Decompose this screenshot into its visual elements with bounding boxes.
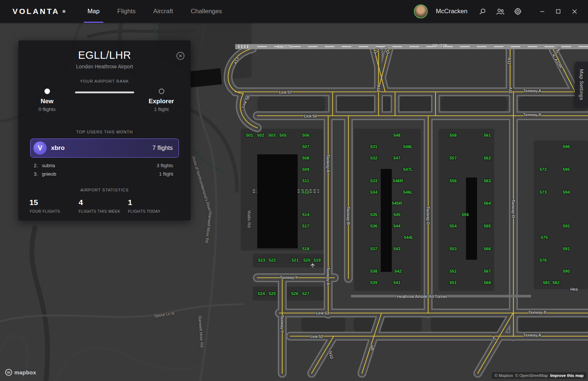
stats-title: AIRPORT STATISTICS	[18, 188, 191, 192]
stat-your-flights: 15YOUR FLIGHTS	[29, 198, 79, 213]
rank-next-flights: 1 flight	[154, 107, 169, 112]
rank-next-dot	[159, 89, 164, 94]
airport-code-title: EGLL/LHR	[18, 49, 191, 61]
stat-label: FLIGHTS TODAY	[128, 209, 177, 213]
rank-current-label: New	[41, 98, 54, 105]
nav-item-map[interactable]: Map	[79, 0, 108, 23]
panel-close-icon[interactable]	[176, 51, 185, 60]
stat-value: 4	[79, 198, 128, 207]
main-nav: MapFlightsAircraftChallenges	[79, 0, 231, 23]
mapbox-logo[interactable]: m mapbox	[5, 369, 36, 376]
user-rank: 2.	[34, 163, 42, 168]
user-flights: 1 flight	[159, 171, 173, 177]
user-name: subria	[42, 163, 55, 168]
user-name: gnieob	[42, 171, 56, 177]
top-user-row[interactable]: 2.subria3 flights	[30, 161, 179, 170]
airport-info-panel: EGLL/LHR London Heathrow Airport YOUR AI…	[18, 40, 191, 220]
nav-item-aircraft[interactable]: Aircraft	[144, 0, 182, 23]
volanta-v-avatar-icon: V	[33, 141, 47, 155]
improve-map-link[interactable]: Improve this map	[550, 373, 584, 378]
osm-attribution-link[interactable]: © OpenStreetMap	[515, 373, 548, 378]
stat-value: 15	[29, 198, 79, 207]
stat-label: FLIGHTS THIS WEEK	[79, 209, 128, 213]
window-controls	[536, 6, 581, 17]
maximize-icon[interactable]	[552, 6, 564, 17]
search-icon[interactable]	[478, 7, 487, 16]
rank-current-dot	[44, 89, 50, 94]
airport-full-name: London Heathrow Airport	[18, 64, 191, 69]
minimize-icon[interactable]	[536, 6, 548, 17]
top-navbar: VOLANTA MapFlightsAircraftChallenges McC…	[0, 0, 588, 23]
top-users-title: TOP USERS THIS MONTH	[18, 130, 191, 134]
volanta-logo: VOLANTA	[12, 7, 65, 16]
close-window-icon[interactable]	[568, 6, 581, 17]
aircraft-marker[interactable]: ✈	[309, 262, 317, 267]
nav-item-challenges[interactable]: Challenges	[182, 0, 231, 23]
user-flights: 3 flights	[157, 163, 173, 168]
rank-progress-line	[75, 91, 134, 93]
user-avatar[interactable]	[414, 4, 428, 18]
stat-flights-today: 1FLIGHTS TODAY	[128, 198, 177, 213]
rank-current-flights: 0 flights	[39, 107, 56, 112]
top-user-flights: 7 flights	[153, 145, 173, 151]
top-users-list: 2.subria3 flights3.gnieob1 flight	[30, 161, 179, 178]
user-name: McCracken	[436, 8, 467, 15]
rank-next-label: Explorer	[149, 98, 174, 105]
mapbox-icon: m	[5, 369, 12, 376]
friends-icon[interactable]	[495, 7, 505, 16]
nav-item-flights[interactable]: Flights	[108, 0, 144, 23]
airport-rank-progress: New 0 flights Explorer 1 flight	[32, 89, 177, 120]
mapbox-wordmark: mapbox	[14, 369, 36, 375]
user-rank: 3.	[34, 171, 42, 177]
stat-flights-this-week: 4FLIGHTS THIS WEEK	[79, 198, 128, 213]
airport-stats: 15YOUR FLIGHTS4FLIGHTS THIS WEEK1FLIGHTS…	[29, 198, 191, 213]
stat-label: YOUR FLIGHTS	[29, 209, 79, 213]
map-attribution: © Mapbox © OpenStreetMap Improve this ma…	[492, 372, 587, 379]
logo-dot-icon	[62, 10, 65, 13]
top-user-name: xbro	[51, 144, 65, 152]
map-settings-tab[interactable]: Map Settings	[575, 62, 588, 107]
top-user-first[interactable]: V xbro 7 flights	[30, 139, 179, 158]
logo-text: VOLANTA	[12, 7, 60, 16]
map-settings-label: Map Settings	[579, 69, 584, 100]
settings-gear-icon[interactable]	[513, 7, 523, 16]
rank-section-title: YOUR AIRPORT RANK	[18, 79, 191, 83]
stat-value: 1	[128, 198, 177, 207]
navbar-right: McCracken	[414, 4, 581, 18]
mapbox-attribution-link[interactable]: © Mapbox	[495, 373, 513, 378]
avatar-letter: V	[38, 144, 42, 152]
top-user-row[interactable]: 3.gnieob1 flight	[30, 170, 179, 178]
